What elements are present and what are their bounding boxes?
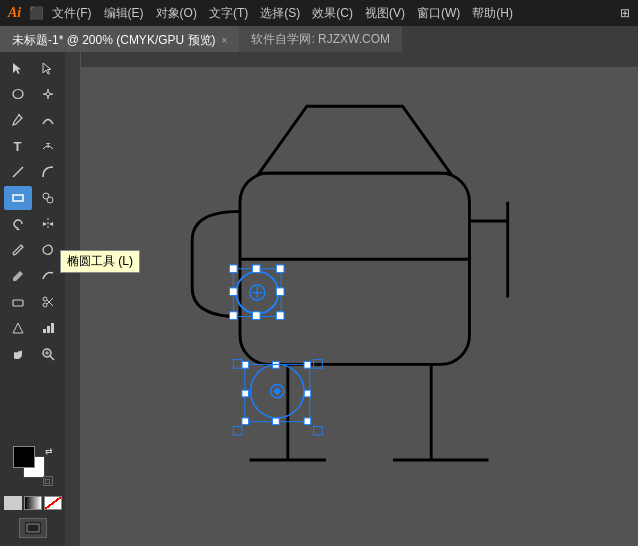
svg-rect-26: [47, 326, 50, 333]
svg-rect-47: [304, 418, 311, 425]
change-screen-mode-btn[interactable]: [19, 518, 47, 538]
svg-rect-69: [276, 312, 284, 320]
svg-rect-68: [229, 312, 237, 320]
zoom-tool[interactable]: [34, 342, 62, 366]
svg-rect-50: [242, 390, 249, 397]
svg-point-7: [18, 114, 20, 116]
tool-row-eraser: [4, 290, 62, 314]
svg-line-23: [18, 323, 23, 333]
type-on-path-tool[interactable]: T: [34, 134, 62, 158]
menu-bar[interactable]: 文件(F) 编辑(E) 对象(O) 文字(T) 选择(S) 效果(C) 视图(V…: [52, 5, 513, 22]
blob-brush-tool[interactable]: [34, 238, 62, 262]
menu-window[interactable]: 窗口(W): [417, 5, 460, 22]
svg-rect-27: [51, 323, 54, 333]
menu-view[interactable]: 视图(V): [365, 5, 405, 22]
svg-rect-72: [229, 288, 237, 296]
drawing-canvas[interactable]: [81, 68, 638, 546]
svg-point-19: [43, 303, 47, 307]
tool-row-line: [4, 160, 62, 184]
smooth-tool[interactable]: [34, 264, 62, 288]
svg-rect-66: [229, 265, 237, 273]
main-svg: [81, 68, 638, 546]
gradient-mode-btn[interactable]: [24, 496, 42, 510]
swap-colors-icon[interactable]: ⇄: [45, 446, 53, 456]
svg-marker-15: [43, 222, 47, 226]
app-logo: Ai: [8, 5, 21, 21]
tab-inactive[interactable]: 软件自学网: RJZXW.COM: [239, 26, 402, 52]
canvas-area[interactable]: [65, 52, 638, 546]
perspective-grid-tool[interactable]: [4, 316, 32, 340]
svg-rect-44: [242, 361, 249, 368]
lasso-tool[interactable]: [4, 82, 32, 106]
menu-file[interactable]: 文件(F): [52, 5, 91, 22]
tool-row-1: [4, 56, 62, 80]
magic-wand-tool[interactable]: [34, 82, 62, 106]
svg-marker-0: [13, 63, 21, 74]
menu-effect[interactable]: 效果(C): [312, 5, 353, 22]
svg-rect-67: [276, 265, 284, 273]
menu-type[interactable]: 文字(T): [209, 5, 248, 22]
reflect-tool[interactable]: [34, 212, 62, 236]
svg-line-22: [13, 323, 18, 333]
svg-point-18: [43, 297, 47, 301]
svg-rect-28: [14, 352, 16, 359]
svg-rect-25: [43, 329, 46, 333]
reset-colors-icon[interactable]: □: [43, 476, 53, 486]
tool-row-pencil: [4, 264, 62, 288]
tool-row-graph: [4, 316, 62, 340]
tool-row-paint: [4, 238, 62, 262]
none-mode-btn[interactable]: [44, 496, 62, 510]
svg-rect-49: [273, 418, 280, 425]
paintbrush-tool[interactable]: [4, 238, 32, 262]
ellipse-tool[interactable]: [4, 186, 32, 210]
tool-row-shape: [4, 186, 62, 210]
svg-point-6: [46, 92, 50, 96]
rotate-tool[interactable]: [4, 212, 32, 236]
tool-row-navigation: [4, 342, 62, 366]
tab-inactive-label: 软件自学网: RJZXW.COM: [251, 31, 390, 48]
arc-tool[interactable]: [34, 160, 62, 184]
svg-marker-1: [43, 63, 51, 74]
shape-builder-tool[interactable]: [34, 186, 62, 210]
scissors-tool[interactable]: [34, 290, 62, 314]
hand-tool[interactable]: [4, 342, 32, 366]
fill-color-box[interactable]: [13, 446, 35, 468]
svg-marker-16: [49, 222, 53, 226]
title-bar: Ai ⬛ 文件(F) 编辑(E) 对象(O) 文字(T) 选择(S) 效果(C)…: [0, 0, 638, 26]
curvature-tool[interactable]: [34, 108, 62, 132]
graph-tool[interactable]: [34, 316, 62, 340]
horizontal-ruler: [65, 52, 638, 68]
vertical-ruler: [65, 52, 81, 546]
tab-close-button[interactable]: ×: [222, 35, 228, 46]
line-segment-tool[interactable]: [4, 160, 32, 184]
left-toolbar: T T: [0, 52, 65, 546]
color-mode-btn[interactable]: [4, 496, 22, 510]
tab-active-label: 未标题-1* @ 200% (CMYK/GPU 预览): [12, 32, 216, 49]
svg-rect-46: [242, 418, 249, 425]
pencil-tool[interactable]: [4, 264, 32, 288]
tool-row-type: T T: [4, 134, 62, 158]
svg-rect-17: [13, 300, 23, 306]
type-tool[interactable]: T: [4, 134, 32, 158]
direct-selection-tool[interactable]: [34, 56, 62, 80]
eraser-tool[interactable]: [4, 290, 32, 314]
tab-bar: 未标题-1* @ 200% (CMYK/GPU 预览) × 软件自学网: RJZ…: [0, 26, 638, 52]
menu-object[interactable]: 对象(O): [156, 5, 197, 22]
selection-tool[interactable]: [4, 56, 32, 80]
tool-row-2: [4, 82, 62, 106]
menu-select[interactable]: 选择(S): [260, 5, 300, 22]
svg-rect-10: [13, 195, 23, 201]
menu-edit[interactable]: 编辑(E): [104, 5, 144, 22]
grid-view-icon[interactable]: ⊞: [620, 6, 630, 20]
tool-row-pen: [4, 108, 62, 132]
svg-rect-45: [304, 361, 311, 368]
menu-help[interactable]: 帮助(H): [472, 5, 513, 22]
pen-tool[interactable]: [4, 108, 32, 132]
tool-row-transform: [4, 212, 62, 236]
svg-rect-51: [304, 390, 311, 397]
tab-active[interactable]: 未标题-1* @ 200% (CMYK/GPU 预览) ×: [0, 26, 239, 52]
svg-rect-73: [276, 288, 284, 296]
svg-point-12: [47, 197, 53, 203]
color-section: ⇄ □: [4, 446, 62, 546]
svg-rect-59: [233, 427, 242, 436]
